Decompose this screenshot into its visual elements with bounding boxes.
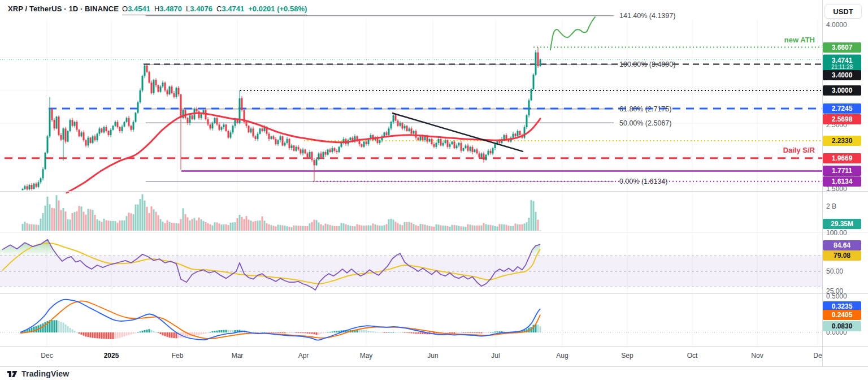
tradingview-logo[interactable]: TradingView <box>7 368 69 379</box>
axis-tick-100.00: 100.00 <box>826 229 847 237</box>
chart-canvas[interactable]: 141.40% (4.1397)100.00% (3.4000)61.80% (… <box>0 0 868 385</box>
time-label-Nov: Nov <box>751 352 763 360</box>
svg-text:100.00% (3.4000): 100.00% (3.4000) <box>619 60 675 68</box>
time-label-2025: 2025 <box>104 352 119 360</box>
price-label-2.7245: 2.7245 <box>823 103 861 114</box>
time-label-Feb: Feb <box>172 352 184 360</box>
axis-tick-50.00: 50.00 <box>826 267 843 275</box>
time-label-Mar: Mar <box>232 352 244 360</box>
tradingview-logo-icon <box>7 368 18 379</box>
new-ath-annotation: new ATH <box>784 36 815 44</box>
daily-sr-annotation: Daily S/R <box>783 146 815 154</box>
time-label-Aug: Aug <box>556 352 568 360</box>
change-value: +0.0201 (+0.58%) <box>248 5 307 13</box>
svg-text:0.00% (1.6134): 0.00% (1.6134) <box>619 178 667 185</box>
time-label-Jul: Jul <box>491 352 500 360</box>
price-label-2.2330: 2.2330 <box>823 136 861 146</box>
price-label-3.4000: 3.4000 <box>823 70 861 80</box>
time-label-Dec: Dec <box>41 352 53 360</box>
price-label-79.08: 79.08 <box>823 250 861 261</box>
time-label-Jun: Jun <box>427 352 438 360</box>
ohlc-value-C: 3.4741 <box>222 5 244 13</box>
price-label-3.6607: 3.6607 <box>823 42 861 53</box>
time-label-Apr: Apr <box>298 352 309 360</box>
ohlc-key-H: H <box>154 5 159 13</box>
axis-tick-2B: 2 B <box>826 202 836 210</box>
svg-text:50.00% (2.5067): 50.00% (2.5067) <box>619 119 671 127</box>
ohlc-value-O: 3.4541 <box>128 5 150 13</box>
svg-text:141.40% (4.1397): 141.40% (4.1397) <box>619 12 675 20</box>
axis-tick-4.0000: 4.0000 <box>826 21 847 29</box>
time-label-May: May <box>360 352 373 360</box>
time-label-Oct: Oct <box>687 352 698 360</box>
symbol-title[interactable]: XRP / TetherUS · 1D · BINANCE <box>8 5 119 13</box>
price-label-0.2405: 0.2405 <box>823 310 861 320</box>
tradingview-logo-text: TradingView <box>21 369 69 378</box>
price-label-2.5698: 2.5698 <box>823 114 861 124</box>
price-label-3.4741: 3.474121:11:28 <box>823 55 861 72</box>
price-label-84.64: 84.64 <box>823 240 861 250</box>
ohlc-value-L: 3.4076 <box>190 5 212 13</box>
time-label-Sep: Sep <box>621 352 633 360</box>
tradingview-chart-window: { "header": { "symbol_line": "XRP / Teth… <box>0 0 868 385</box>
chart-legend: XRP / TetherUS · 1D · BINANCE O3.4541H3.… <box>8 5 307 15</box>
price-label-29.35M: 29.35M <box>823 219 861 229</box>
price-label-1.6134: 1.6134 <box>823 176 861 187</box>
price-label-3.0000: 3.0000 <box>823 85 861 96</box>
ohlc-key-O: O <box>122 5 128 13</box>
ohlc-values: O3.4541H3.4870L3.4076C3.4741+0.0201 (+0.… <box>122 5 307 15</box>
price-label-0.0830: 0.0830 <box>823 321 861 331</box>
price-label-1.7711: 1.7711 <box>823 166 861 176</box>
price-label-1.9669: 1.9669 <box>823 153 861 163</box>
ohlc-value-H: 3.4870 <box>159 5 182 13</box>
svg-text:61.80% (2.7175): 61.80% (2.7175) <box>619 105 671 113</box>
axis-tick-0.5000: 0.5000 <box>826 292 847 300</box>
time-label-De: De <box>813 352 822 360</box>
currency-toggle-button[interactable]: USDT <box>824 4 862 19</box>
